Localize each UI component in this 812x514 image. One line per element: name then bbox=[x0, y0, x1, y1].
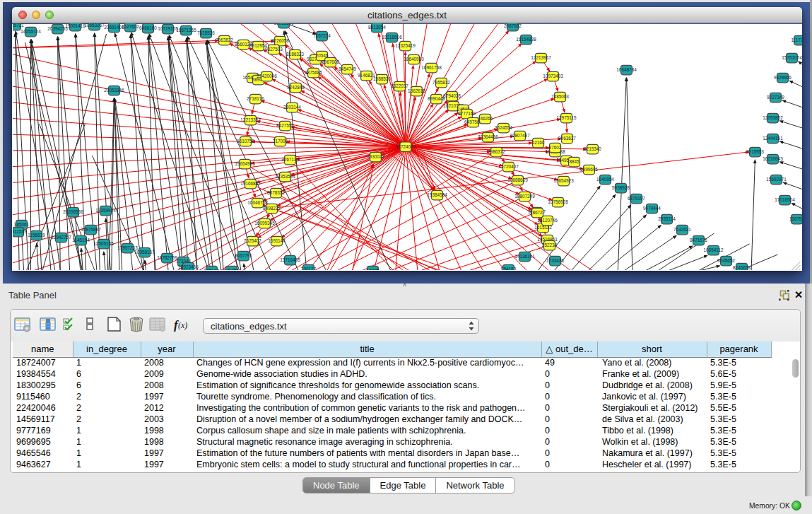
svg-text:6899695: 6899695 bbox=[580, 167, 598, 172]
svg-text:1733426: 1733426 bbox=[546, 258, 564, 263]
svg-text:16033809: 16033809 bbox=[273, 23, 294, 25]
svg-text:12942757: 12942757 bbox=[51, 235, 71, 240]
svg-text:21364436: 21364436 bbox=[478, 134, 498, 139]
svg-text:2930027: 2930027 bbox=[367, 154, 384, 159]
svg-text:19384584: 19384584 bbox=[427, 192, 447, 197]
svg-text:1145194: 1145194 bbox=[72, 238, 90, 243]
svg-text:7955812: 7955812 bbox=[433, 80, 450, 85]
svg-text:2718176: 2718176 bbox=[247, 96, 264, 101]
svg-text:1640954: 1640954 bbox=[596, 177, 614, 182]
svg-text:7357224: 7357224 bbox=[313, 33, 331, 38]
svg-text:10688609: 10688609 bbox=[507, 177, 528, 182]
svg-text:17435: 17435 bbox=[366, 268, 379, 270]
svg-text:16154838: 16154838 bbox=[516, 37, 536, 42]
svg-text:16671355: 16671355 bbox=[176, 28, 196, 33]
svg-text:19166827: 19166827 bbox=[240, 181, 261, 186]
svg-text:9329966: 9329966 bbox=[774, 75, 792, 80]
svg-text:8215340: 8215340 bbox=[584, 146, 601, 151]
svg-text:9245652: 9245652 bbox=[717, 258, 735, 263]
svg-text:7986372: 7986372 bbox=[488, 149, 505, 154]
svg-text:18724007: 18724007 bbox=[395, 144, 416, 149]
svg-text:1527602: 1527602 bbox=[122, 24, 139, 29]
svg-text:7625402: 7625402 bbox=[244, 238, 261, 243]
svg-text:317006: 317006 bbox=[272, 139, 288, 144]
svg-text:1117707: 1117707 bbox=[791, 37, 801, 42]
svg-text:10046758: 10046758 bbox=[247, 200, 268, 205]
svg-text:8878352: 8878352 bbox=[267, 190, 285, 195]
svg-text:1362615: 1362615 bbox=[408, 88, 425, 93]
svg-text:5938928: 5938928 bbox=[612, 185, 630, 190]
svg-text:954183: 954183 bbox=[500, 267, 516, 270]
svg-text:2055721: 2055721 bbox=[13, 23, 24, 28]
svg-text:2087682: 2087682 bbox=[504, 23, 522, 28]
svg-text:7663822: 7663822 bbox=[216, 37, 233, 42]
svg-text:3875685: 3875685 bbox=[305, 70, 322, 75]
svg-text:8186323: 8186323 bbox=[286, 52, 304, 57]
svg-text:19975887: 19975887 bbox=[81, 227, 101, 232]
svg-text:252234: 252234 bbox=[541, 243, 557, 247]
svg-text:15751074: 15751074 bbox=[782, 55, 802, 60]
svg-text:1156819: 1156819 bbox=[28, 233, 45, 238]
svg-text:12093852: 12093852 bbox=[763, 115, 783, 120]
svg-text:6466160: 6466160 bbox=[139, 25, 157, 30]
svg-text:16120746: 16120746 bbox=[537, 218, 558, 223]
svg-text:15720407: 15720407 bbox=[498, 164, 519, 169]
svg-text:20206536: 20206536 bbox=[63, 209, 83, 214]
svg-text:14055724: 14055724 bbox=[20, 29, 41, 34]
svg-text:746266: 746266 bbox=[477, 116, 493, 121]
svg-text:3911539: 3911539 bbox=[13, 229, 27, 234]
svg-text:22420046: 22420046 bbox=[257, 74, 277, 78]
svg-text:8813054: 8813054 bbox=[368, 25, 386, 30]
svg-text:16210643: 16210643 bbox=[763, 156, 783, 161]
svg-text:14136141: 14136141 bbox=[514, 254, 535, 259]
svg-text:12353594: 12353594 bbox=[275, 174, 295, 179]
svg-text:116753: 116753 bbox=[789, 216, 802, 221]
svg-text:8672: 8672 bbox=[532, 210, 543, 215]
svg-text:385061: 385061 bbox=[13, 222, 29, 227]
svg-text:15692971: 15692971 bbox=[766, 177, 787, 182]
svg-text:9327503: 9327503 bbox=[265, 47, 283, 52]
svg-text:19654983: 19654983 bbox=[235, 161, 255, 166]
svg-text:7515526: 7515526 bbox=[197, 30, 215, 35]
svg-text:12505135: 12505135 bbox=[93, 241, 114, 246]
svg-text:3624554: 3624554 bbox=[495, 125, 512, 130]
svg-text:12444191: 12444191 bbox=[763, 136, 783, 141]
svg-text:7632621: 7632621 bbox=[673, 227, 691, 232]
svg-text:820755: 820755 bbox=[223, 268, 239, 270]
svg-text:19001416: 19001416 bbox=[65, 23, 86, 28]
svg-text:9657791: 9657791 bbox=[235, 253, 252, 258]
svg-text:12975115: 12975115 bbox=[556, 115, 576, 120]
svg-text:12213967: 12213967 bbox=[531, 55, 551, 60]
svg-text:2935114: 2935114 bbox=[658, 216, 676, 221]
svg-text:19654923: 19654923 bbox=[553, 178, 574, 183]
svg-text:16782759: 16782759 bbox=[157, 255, 177, 260]
svg-text:330127: 330127 bbox=[300, 267, 316, 270]
svg-text:10807487: 10807487 bbox=[510, 133, 530, 138]
svg-text:10958167: 10958167 bbox=[134, 250, 155, 255]
svg-text:9227349: 9227349 bbox=[767, 95, 784, 100]
svg-text:8322037: 8322037 bbox=[391, 83, 408, 88]
svg-text:1610755: 1610755 bbox=[237, 139, 254, 144]
svg-text:10756928: 10756928 bbox=[548, 199, 568, 204]
svg-text:9474444: 9474444 bbox=[643, 206, 661, 211]
svg-text:9777169: 9777169 bbox=[458, 111, 476, 116]
svg-text:12325419: 12325419 bbox=[395, 43, 416, 48]
svg-text:12923466: 12923466 bbox=[178, 264, 199, 269]
svg-text:8498222: 8498222 bbox=[263, 206, 281, 211]
svg-text:8427552: 8427552 bbox=[276, 123, 294, 128]
svg-text:8215953: 8215953 bbox=[746, 149, 764, 154]
svg-text:18640910: 18640910 bbox=[404, 57, 424, 62]
svg-text:905133: 905133 bbox=[204, 268, 219, 270]
svg-text:9463627: 9463627 bbox=[558, 136, 576, 141]
svg-text:6879197: 6879197 bbox=[628, 196, 645, 201]
svg-text:9242848: 9242848 bbox=[287, 85, 305, 90]
svg-text:12213383: 12213383 bbox=[240, 117, 261, 122]
svg-text:10973493: 10973493 bbox=[543, 74, 563, 78]
svg-text:1691144: 1691144 bbox=[268, 238, 286, 243]
svg-text:7485063: 7485063 bbox=[551, 94, 569, 99]
svg-text:8471676: 8471676 bbox=[690, 238, 707, 243]
svg-text:6794028: 6794028 bbox=[443, 93, 461, 98]
svg-text:17016504: 17016504 bbox=[775, 197, 795, 202]
svg-text:3267130: 3267130 bbox=[281, 157, 299, 162]
svg-text:8845: 8845 bbox=[569, 159, 579, 164]
